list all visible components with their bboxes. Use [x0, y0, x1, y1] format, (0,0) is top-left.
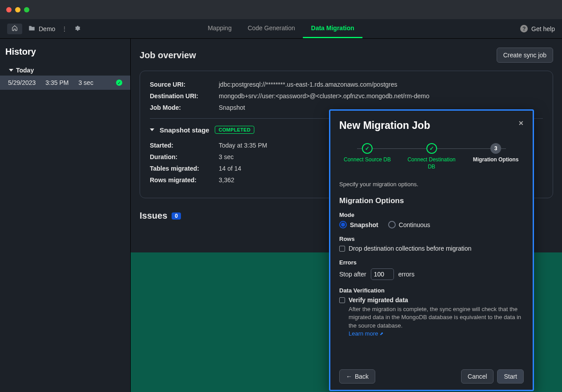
tab-code-generation[interactable]: Code Generation	[240, 19, 303, 38]
stop-after-text: errors	[398, 271, 415, 278]
back-button[interactable]: ← Back	[339, 369, 375, 384]
check-icon: ✓	[426, 143, 437, 154]
mode-label: Mode	[339, 212, 524, 218]
verify-checkbox-row: Verify migrated data After the migration…	[339, 296, 524, 337]
verify-checkbox[interactable]	[339, 297, 345, 303]
errors-field: Errors Stop after errors	[339, 259, 524, 280]
step-label: Connect Destination DB	[407, 156, 456, 170]
help-label: Get help	[531, 25, 555, 32]
step-connect-destination: ✓ Connect Destination DB	[407, 143, 456, 170]
job-mode-value: Snapshot	[219, 104, 245, 111]
learn-more-link[interactable]: Learn more ⬈	[349, 330, 383, 337]
stop-after-row: Stop after errors	[339, 268, 524, 280]
tables-label: Tables migrated:	[150, 165, 219, 172]
overview-title: Job overview	[140, 50, 196, 60]
dialog-header: New Migration Job ✕	[339, 120, 524, 132]
check-icon: ✓	[362, 143, 373, 154]
verification-field: Data Verification Verify migrated data A…	[339, 287, 524, 337]
tables-value: 14 of 14	[219, 165, 241, 172]
get-help-button[interactable]: ? Get help	[520, 25, 555, 32]
start-button[interactable]: Start	[497, 369, 524, 384]
history-item[interactable]: 5/29/2023 3:35 PM 3 sec ✓	[0, 76, 130, 90]
project-name: Demo	[39, 25, 55, 32]
history-day-label: Today	[16, 67, 34, 74]
step-label: Connect Source DB	[344, 156, 391, 164]
minimize-window-icon[interactable]	[15, 7, 20, 12]
drop-collections-checkbox-row: Drop destination collections before migr…	[339, 245, 524, 252]
radio-label: Snapshot	[350, 221, 378, 228]
maximize-window-icon[interactable]	[24, 7, 29, 12]
home-button[interactable]	[7, 24, 22, 34]
cancel-button[interactable]: Cancel	[461, 369, 494, 384]
history-item-duration: 3 sec	[78, 79, 93, 86]
stop-after-input[interactable]	[371, 268, 394, 280]
radio-icon	[388, 221, 396, 228]
chevron-down-icon	[9, 69, 13, 72]
tab-data-migration[interactable]: Data Migration	[303, 19, 362, 38]
close-window-icon[interactable]	[6, 7, 12, 12]
drop-collections-checkbox[interactable]	[339, 246, 345, 252]
home-icon	[12, 25, 18, 32]
history-day-section: Today 5/29/2023 3:35 PM 3 sec ✓	[0, 65, 130, 90]
history-sidebar: History Today 5/29/2023 3:35 PM 3 sec ✓	[0, 39, 131, 392]
toolbar-left: Demo ⋮	[7, 24, 80, 34]
destination-uri-label: Destination URI:	[150, 92, 219, 100]
dialog-footer: ← Back Cancel Start	[339, 369, 524, 384]
options-heading: Migration Options	[339, 196, 524, 205]
main-tabs: Mapping Code Generation Data Migration	[200, 19, 362, 38]
step-migration-options: 3 Migration Options	[471, 143, 520, 164]
folder-icon	[28, 25, 35, 33]
more-icon[interactable]: ⋮	[61, 25, 68, 32]
dialog-body: Specify your migration options. Migratio…	[339, 181, 524, 363]
step-number-icon: 3	[490, 143, 501, 154]
create-sync-job-button[interactable]: Create sync job	[497, 48, 553, 63]
stage-name: Snapshot stage	[160, 126, 209, 134]
radio-snapshot[interactable]: Snapshot	[339, 221, 378, 228]
learn-more-text: Learn more	[349, 330, 378, 337]
close-icon[interactable]: ✕	[518, 120, 524, 127]
external-link-icon: ⬈	[380, 331, 383, 336]
issues-title: Issues	[140, 211, 167, 221]
issues-count: 0	[172, 212, 181, 220]
tab-mapping[interactable]: Mapping	[200, 19, 240, 38]
duration-value: 3 sec	[219, 153, 233, 160]
destination-uri-value: mongodb+srv://user:<password>@<cluster>.…	[219, 92, 430, 100]
errors-label: Errors	[339, 259, 524, 266]
history-day-header[interactable]: Today	[0, 65, 130, 76]
verification-label: Data Verification	[339, 287, 524, 294]
stepper: ✓ Connect Source DB ✓ Connect Destinatio…	[339, 143, 524, 170]
chevron-down-icon	[150, 128, 154, 131]
footer-right: Cancel Start	[461, 369, 524, 384]
success-icon: ✓	[116, 80, 122, 86]
rows-label: Rows	[339, 236, 524, 242]
radio-icon	[339, 221, 347, 228]
destination-uri-row: Destination URI: mongodb+srv://user:<pas…	[150, 92, 543, 100]
help-icon: ?	[520, 25, 528, 32]
step-connect-source: ✓ Connect Source DB	[343, 143, 392, 164]
drop-collections-label: Drop destination collections before migr…	[349, 245, 471, 252]
duration-label: Duration:	[150, 153, 219, 160]
mode-radio-group: Snapshot Continuous	[339, 221, 524, 228]
window-chrome	[0, 0, 562, 19]
overview-header: Job overview Create sync job	[140, 48, 553, 63]
status-badge: COMPLETED	[215, 126, 255, 134]
verify-title-text: Verify migrated data	[349, 296, 524, 304]
started-label: Started:	[150, 142, 219, 149]
project-label: Demo	[28, 25, 55, 33]
history-item-time: 3:35 PM	[45, 79, 68, 86]
arrow-left-icon: ←	[346, 373, 352, 380]
source-uri-row: Source URI: jdbc:postgresql://********.u…	[150, 81, 543, 88]
history-item-date: 5/29/2023	[8, 79, 36, 86]
stop-before-text: Stop after	[339, 271, 366, 278]
verify-subtext: After the migration is complete, the syn…	[349, 305, 524, 330]
radio-continuous[interactable]: Continuous	[388, 221, 430, 228]
verify-text-wrap: Verify migrated data After the migration…	[349, 296, 524, 337]
back-label: Back	[355, 373, 369, 380]
source-uri-label: Source URI:	[150, 81, 219, 88]
toolbar: Demo ⋮ Mapping Code Generation Data Migr…	[0, 19, 562, 39]
dialog-title: New Migration Job	[339, 120, 430, 132]
mode-field: Mode Snapshot Continuous	[339, 212, 524, 228]
radio-label: Continuous	[399, 221, 430, 228]
gear-icon[interactable]	[74, 25, 80, 33]
step-label: Migration Options	[473, 156, 519, 164]
